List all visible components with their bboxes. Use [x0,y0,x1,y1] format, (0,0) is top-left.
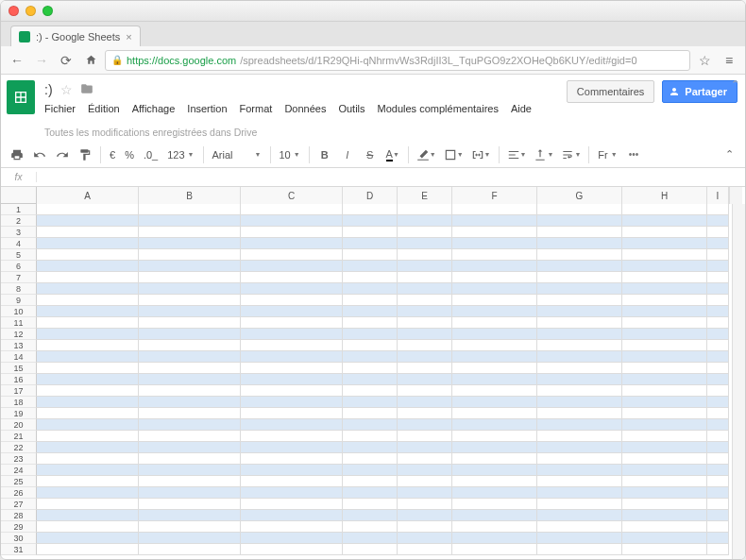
cell[interactable] [343,227,398,238]
row-header[interactable]: 18 [1,397,37,408]
cell[interactable] [343,272,398,283]
cell[interactable] [707,453,729,465]
cell[interactable] [37,317,139,329]
cell[interactable] [37,499,139,510]
cell[interactable] [139,227,241,238]
cell[interactable] [622,340,707,351]
cell[interactable] [398,476,452,487]
cell[interactable] [139,499,241,510]
cell[interactable] [452,385,537,397]
locale-button[interactable]: Fr ▼ [594,149,620,161]
select-all-button[interactable] [1,187,37,204]
cell[interactable] [452,317,537,329]
row-header[interactable]: 21 [1,431,37,442]
cell[interactable] [452,227,537,238]
cell[interactable] [37,521,139,533]
cell[interactable] [343,363,398,374]
cell[interactable] [707,374,729,385]
print-button[interactable] [7,144,27,165]
cell[interactable] [537,261,622,272]
cell[interactable] [622,521,707,533]
cell[interactable] [398,329,452,340]
cell[interactable] [241,431,343,442]
cell[interactable] [241,521,343,533]
cell[interactable] [37,340,139,351]
column-header[interactable]: H [622,187,707,204]
strikethrough-button[interactable]: S [360,144,381,165]
cell[interactable] [707,272,729,283]
cell[interactable] [452,374,537,385]
row-header[interactable]: 29 [1,521,37,533]
cell[interactable] [707,204,729,215]
cell[interactable] [707,283,729,295]
cell[interactable] [707,408,729,419]
row-header[interactable]: 14 [1,351,37,363]
column-header[interactable]: D [343,187,398,204]
cell[interactable] [139,238,241,249]
cell[interactable] [452,476,537,487]
more-toolbar-button[interactable]: ••• [623,149,639,160]
cell[interactable] [452,533,537,544]
cell[interactable] [37,476,139,487]
cell[interactable] [707,340,729,351]
cell[interactable] [537,453,622,465]
cell[interactable] [452,249,537,261]
text-wrap-button[interactable]: ▼ [558,144,584,165]
cell[interactable] [398,499,452,510]
cell[interactable] [398,227,452,238]
cell[interactable] [622,351,707,363]
cell[interactable] [139,351,241,363]
cell[interactable] [241,215,343,227]
cell[interactable] [537,306,622,317]
collapse-header-icon[interactable]: ⌃ [731,78,739,91]
cell[interactable] [398,510,452,521]
cell[interactable] [707,317,729,329]
cell[interactable] [707,261,729,272]
row-header[interactable]: 5 [1,249,37,261]
format-decimal-button[interactable]: .0_ [140,149,161,161]
cell[interactable] [241,499,343,510]
cell[interactable] [343,499,398,510]
cell[interactable] [452,465,537,476]
cell[interactable] [398,249,452,261]
cell[interactable] [452,544,537,555]
cell[interactable] [241,476,343,487]
cell[interactable] [622,385,707,397]
cell[interactable] [622,510,707,521]
cell[interactable] [37,204,139,215]
cell[interactable] [398,397,452,408]
cell[interactable] [537,442,622,453]
cell[interactable] [37,533,139,544]
font-family-menu[interactable]: Arial ▼ [209,149,265,161]
cell[interactable] [537,476,622,487]
row-header[interactable]: 30 [1,533,37,544]
cell[interactable] [707,238,729,249]
cell[interactable] [37,385,139,397]
cell[interactable] [707,363,729,374]
forward-button[interactable]: → [31,50,52,71]
cell[interactable] [241,453,343,465]
row-header[interactable]: 28 [1,510,37,521]
cell[interactable] [139,385,241,397]
cell[interactable] [707,544,729,555]
cell[interactable] [241,385,343,397]
cell[interactable] [343,238,398,249]
share-button[interactable]: Partager [662,80,738,103]
cell[interactable] [622,227,707,238]
borders-button[interactable]: ▼ [441,144,466,165]
cell[interactable] [343,283,398,295]
row-header[interactable]: 2 [1,215,37,227]
cell[interactable] [622,487,707,499]
close-tab-icon[interactable]: × [126,31,131,42]
cell[interactable] [398,261,452,272]
cell[interactable] [537,374,622,385]
cell[interactable] [398,431,452,442]
cell[interactable] [707,397,729,408]
zoom-window-button[interactable] [42,6,53,16]
menu-outils[interactable]: Outils [338,103,365,114]
cell[interactable] [139,419,241,431]
cell[interactable] [398,238,452,249]
cell[interactable] [622,215,707,227]
cell[interactable] [139,431,241,442]
row-header[interactable]: 6 [1,261,37,272]
